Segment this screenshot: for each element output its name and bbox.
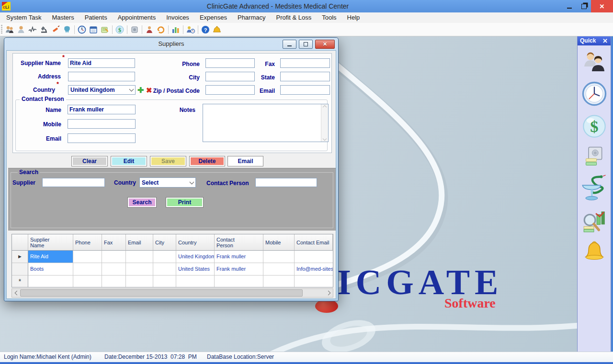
cell-email[interactable]: [126, 251, 153, 263]
cell-city[interactable]: [153, 276, 176, 287]
menu-item-help[interactable]: Help: [342, 12, 365, 23]
print-button[interactable]: Print: [166, 197, 204, 208]
scroll-left-icon[interactable]: [12, 289, 20, 297]
cell-phone[interactable]: [73, 276, 102, 287]
cell-supplier-name[interactable]: [28, 276, 73, 287]
email-button[interactable]: Email: [227, 156, 263, 166]
quick-button-reminders[interactable]: [582, 240, 606, 264]
contact-email-input[interactable]: [68, 133, 136, 143]
scroll-up-icon[interactable]: [323, 105, 327, 109]
supplier-name-input[interactable]: [68, 58, 135, 68]
menu-item-masters[interactable]: Masters: [46, 12, 79, 23]
dialog-titlebar[interactable]: Suppliers ✕: [4, 38, 338, 50]
minimize-button[interactable]: [562, 0, 577, 12]
address-input[interactable]: [68, 72, 135, 81]
quick-button-reports[interactable]: [582, 209, 607, 233]
save-button[interactable]: Save: [150, 156, 186, 166]
cell-fax[interactable]: [102, 276, 126, 287]
cell-fax[interactable]: [102, 263, 126, 276]
search-supplier-input[interactable]: [42, 178, 105, 187]
delete-button[interactable]: Delete: [189, 156, 225, 166]
toolbar-button-reports[interactable]: [170, 24, 182, 35]
menu-item-patients[interactable]: Patients: [79, 12, 113, 23]
cell-email[interactable]: [126, 263, 153, 276]
dialog-maximize-button[interactable]: [299, 40, 313, 49]
email-input[interactable]: [280, 85, 330, 95]
quick-panel-close-icon[interactable]: ✕: [602, 37, 611, 44]
toolbar-button-vitals[interactable]: [27, 24, 38, 35]
toolbar-button-patients-group[interactable]: [4, 24, 15, 35]
dialog-minimize-button[interactable]: [283, 40, 296, 49]
toolbar-button-refresh[interactable]: [155, 24, 167, 35]
cell-contact-person[interactable]: Frank muller: [215, 263, 263, 276]
col-supplier-name[interactable]: Supplier Name: [28, 234, 73, 251]
col-phone[interactable]: Phone: [73, 234, 102, 251]
toolbar-button-billing[interactable]: [99, 24, 111, 35]
cell-supplier-name[interactable]: Rite Aid: [28, 251, 73, 263]
toolbar-button-purchases[interactable]: [144, 24, 155, 35]
cell-country[interactable]: United States: [176, 263, 215, 276]
cell-mobile[interactable]: [263, 276, 295, 287]
cell-contact-email[interactable]: Info@med-sites.c: [295, 263, 333, 276]
cell-mobile[interactable]: [263, 251, 295, 263]
add-country-icon[interactable]: ✚: [137, 86, 144, 95]
contact-name-input[interactable]: [68, 105, 136, 114]
col-contact-email[interactable]: Contact Email: [295, 234, 333, 251]
row-selector[interactable]: ►: [12, 251, 28, 263]
menu-item-tools[interactable]: Tools: [317, 12, 341, 23]
search-country-select[interactable]: Select: [139, 177, 196, 188]
toolbar-button-syringe[interactable]: [50, 24, 61, 35]
col-country[interactable]: Country: [176, 234, 215, 251]
state-input[interactable]: [280, 72, 330, 81]
cell-mobile[interactable]: [263, 263, 295, 276]
menu-item-system-task[interactable]: System Task: [1, 12, 46, 23]
quick-button-billing[interactable]: $: [581, 113, 607, 139]
cell-phone[interactable]: [73, 251, 102, 263]
clear-button[interactable]: Clear: [71, 156, 108, 166]
menu-item-profit-loss[interactable]: Profit & Loss: [271, 12, 317, 23]
cell-email[interactable]: [126, 276, 153, 287]
menu-item-appointments[interactable]: Appointments: [113, 12, 161, 23]
cell-contact-person[interactable]: Frank muller: [215, 251, 263, 263]
cell-country[interactable]: [176, 276, 215, 287]
edit-button[interactable]: Edit: [111, 156, 147, 166]
close-button[interactable]: ✕: [591, 0, 613, 12]
toolbar-button-payments[interactable]: $: [114, 24, 125, 35]
toolbar-button-safe[interactable]: [129, 24, 140, 35]
toolbar-button-help[interactable]: ?: [200, 24, 211, 35]
col-mobile[interactable]: Mobile: [263, 234, 295, 251]
toolbar-button-calendar[interactable]: [88, 24, 99, 35]
toolbar-button-patient[interactable]: [15, 24, 27, 35]
notes-input[interactable]: [203, 104, 321, 142]
toolbar-button-user-schedule[interactable]: [185, 24, 196, 35]
notes-scrollbar[interactable]: [321, 104, 328, 142]
restore-button[interactable]: [577, 0, 591, 12]
col-contact-person[interactable]: Contact Person: [215, 234, 263, 251]
search-button[interactable]: Search: [127, 197, 157, 208]
toolbar-button-clock[interactable]: [76, 24, 88, 35]
menu-item-invoices[interactable]: Invoices: [161, 12, 194, 23]
dialog-close-button[interactable]: ✕: [315, 40, 335, 49]
menu-item-pharmacy[interactable]: Pharmacy: [232, 12, 271, 23]
menu-item-expenses[interactable]: Expenses: [194, 12, 232, 23]
toolbar-button-microscope[interactable]: [38, 24, 50, 35]
scroll-right-icon[interactable]: [325, 289, 333, 297]
cell-phone[interactable]: [73, 263, 102, 276]
cell-country[interactable]: United Kingdom: [176, 251, 215, 263]
contact-mobile-input[interactable]: [68, 119, 136, 129]
col-fax[interactable]: Fax: [102, 234, 126, 251]
search-contact-input[interactable]: [255, 178, 317, 187]
quick-button-expenses[interactable]: [583, 145, 605, 167]
quick-button-pharmacy[interactable]: [581, 174, 608, 202]
col-email[interactable]: Email: [126, 234, 153, 251]
toolbar-button-alerts[interactable]: [211, 24, 223, 35]
quick-button-patients[interactable]: [582, 50, 607, 74]
quick-button-appointments[interactable]: [581, 80, 608, 107]
row-selector[interactable]: [12, 263, 28, 276]
cell-fax[interactable]: [102, 251, 126, 263]
scroll-down-icon[interactable]: [323, 137, 327, 141]
new-row-selector[interactable]: *: [12, 276, 28, 287]
col-city[interactable]: City: [153, 234, 176, 251]
cell-contact-email[interactable]: [295, 276, 333, 287]
country-select[interactable]: United Kingdom: [68, 85, 136, 95]
